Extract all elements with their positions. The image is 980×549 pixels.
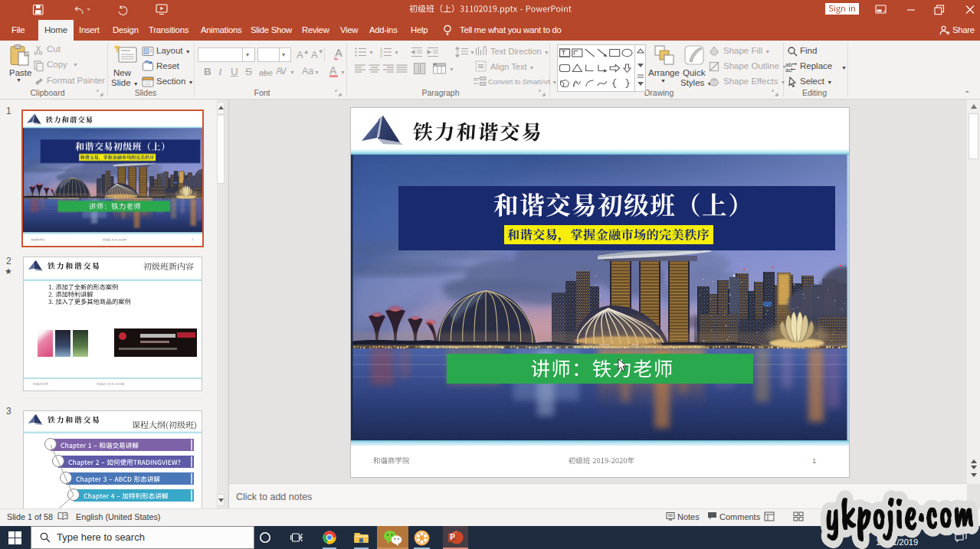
svg-text:3.: 3.: [380, 54, 383, 58]
svg-text:P: P: [450, 533, 455, 541]
svg-text:ac: ac: [785, 67, 792, 73]
